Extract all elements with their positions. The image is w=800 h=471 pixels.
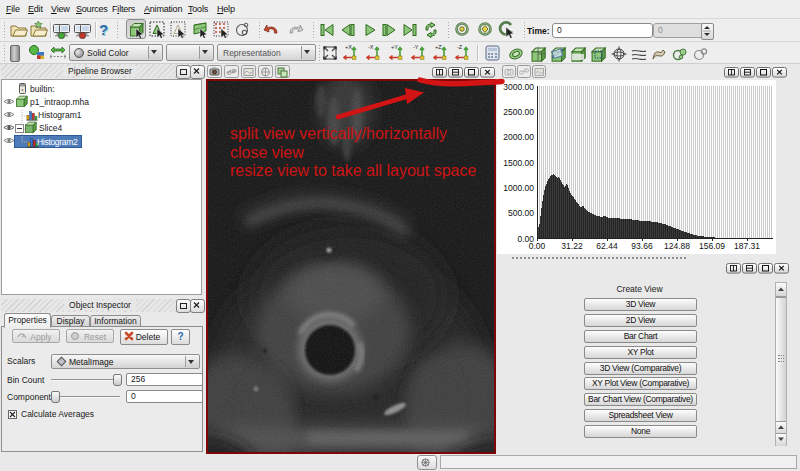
svg-text:31.22: 31.22	[561, 241, 583, 251]
svg-text:-X: -X	[368, 44, 374, 50]
svg-text:500.00: 500.00	[508, 208, 534, 218]
svg-text:+Y: +Y	[391, 44, 398, 50]
svg-text:2500.00: 2500.00	[503, 107, 534, 117]
svg-text:93.66: 93.66	[631, 241, 653, 251]
svg-text:62.44: 62.44	[596, 241, 618, 251]
svg-text:124.88: 124.88	[664, 241, 690, 251]
svg-text:0.00: 0.00	[529, 241, 546, 251]
svg-text:-Y: -Y	[413, 44, 419, 50]
svg-text:+X: +X	[345, 44, 352, 50]
svg-text:187.31: 187.31	[734, 241, 760, 251]
svg-text:+Z: +Z	[435, 44, 442, 50]
svg-text:1500.00: 1500.00	[503, 158, 534, 168]
svg-text:1000.00: 1000.00	[503, 183, 534, 193]
svg-text:156.09: 156.09	[699, 241, 725, 251]
svg-text:3000.00: 3000.00	[503, 82, 534, 92]
svg-text:-Z: -Z	[457, 44, 463, 50]
svg-text:2000.00: 2000.00	[503, 132, 534, 142]
